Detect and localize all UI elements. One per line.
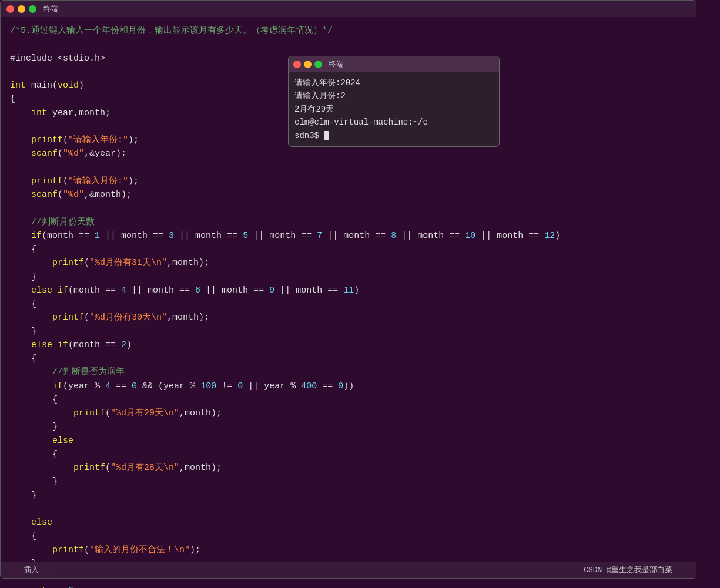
csdn-label: CSDN @重生之我是部白菜 [584, 565, 672, 575]
bottom-right-info: CSDN @重生之我是部白菜 [584, 562, 672, 578]
terminal-line-5: sdn3$ [294, 129, 493, 142]
terminal-minimize-button[interactable] [304, 61, 312, 68]
terminal-maximize-button[interactable] [314, 61, 322, 68]
include-line: #include <stdio.h> [10, 53, 105, 63]
terminal-line-2: 请输入月份:2 [294, 89, 493, 102]
terminal-overlay-window: 终端 请输入年份:2024 请输入月份:2 2月有29天 clm@clm-vir… [288, 56, 500, 147]
terminal-title-bar: 终端 [289, 56, 499, 72]
comment-line: /*5.通过键入输入一个年份和月份，输出显示该月有多少天。（考虑润年情况）*/ [10, 26, 333, 36]
terminal-cursor [324, 131, 329, 140]
terminal-close-button[interactable] [293, 61, 301, 68]
terminal-line-3: 2月有29天 [294, 103, 493, 116]
int-keyword: int [10, 80, 26, 90]
close-button[interactable] [6, 5, 14, 13]
terminal-output[interactable]: 请输入年份:2024 请输入月份:2 2月有29天 clm@clm-virtua… [289, 72, 499, 147]
main-title-bar: 终端 [1, 1, 696, 17]
terminal-line-1: 请输入年份:2024 [294, 76, 493, 89]
maximize-button[interactable] [29, 5, 36, 13]
terminal-window-title: 终端 [329, 59, 344, 69]
insert-mode-label: -- 插入 -- [10, 565, 53, 575]
minimize-button[interactable] [18, 5, 25, 13]
terminal-line-4: clm@clm-virtual-machine:~/c [294, 116, 493, 129]
main-window-title: 终端 [43, 4, 59, 14]
